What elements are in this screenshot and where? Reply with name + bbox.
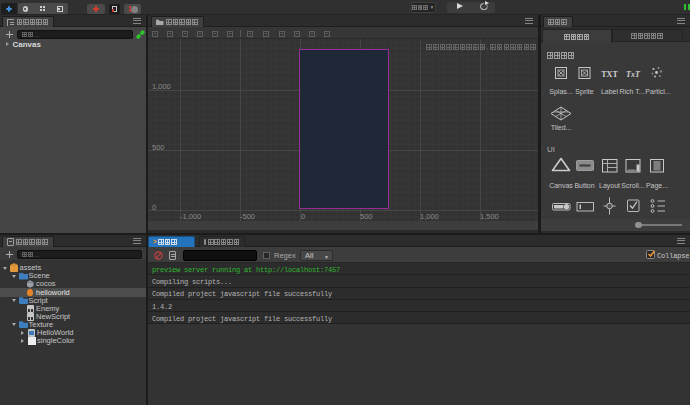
svg-text:TxT: TxT (626, 70, 641, 79)
svg-text:TXT: TXT (601, 70, 618, 79)
